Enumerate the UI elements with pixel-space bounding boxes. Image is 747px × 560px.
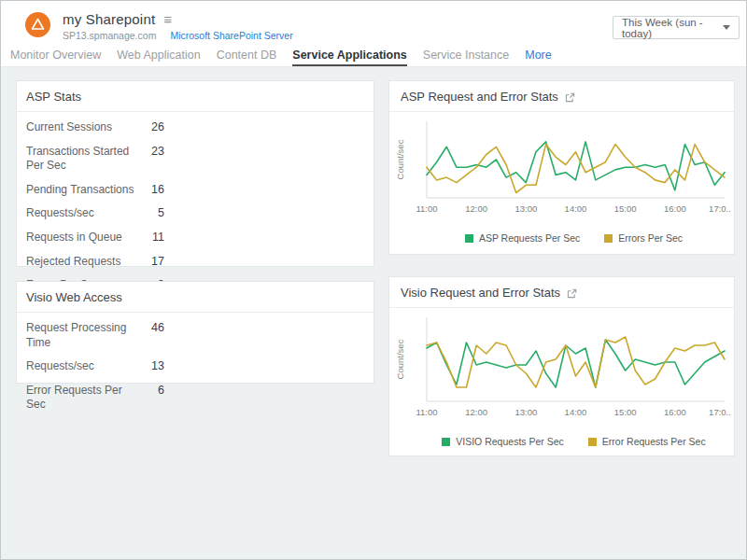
panel-title-text: Visio Web Access [26,290,122,304]
stat-row: Current Sessions26 [17,116,374,140]
axis-lines [427,317,725,401]
y-axis-label: Count/sec [395,139,405,179]
chart-title-text: ASP Request and Error Stats [401,90,558,104]
chart-title-row: Visio Request and Error Stats [389,277,734,308]
tab-bar: Monitor OverviewWeb ApplicationContent D… [1,45,746,67]
stat-label: Requests/sec [26,359,134,374]
stat-value: 17 [134,255,164,268]
content-area: ASP Stats Current Sessions26Transactions… [1,67,746,559]
legend-item[interactable]: VISIO Requests Per Sec [442,436,564,447]
legend-item[interactable]: Errors Per Sec [604,232,683,244]
stat-row: Error Requests Per Sec6 [17,379,374,417]
asp-stats-panel: ASP Stats Current Sessions26Transactions… [16,80,374,267]
stat-value: 6 [134,384,164,397]
stat-label: Pending Transactions [26,183,134,198]
title-row: my Sharepoint ≡ [63,11,172,27]
x-tick-label: 13:00 [514,407,537,417]
legend-label: Error Requests Per Sec [602,436,706,447]
stat-row: Pending Transactions16 [17,178,374,203]
x-tick-label: 12:00 [465,407,487,417]
legend-item[interactable]: ASP Requests Per Sec [465,232,580,244]
subtitle-row: SP13.spmanage.com Microsoft SharePoint S… [63,30,293,41]
x-tick-label: 16:00 [664,407,686,417]
legend-label: VISIO Requests Per Sec [456,436,564,447]
asp-chart: Count/sec11:0012:0013:0014:0015:0016:001… [389,114,734,224]
panel-title: Visio Web Access [17,282,374,313]
page-title: my Sharepoint [63,11,155,27]
x-tick-label: 17:0.. [709,407,731,417]
chart-canvas: Count/sec11:0012:0013:0014:0015:0016:001… [389,114,734,220]
chart-legend: VISIO Requests Per SecError Requests Per… [389,436,734,447]
legend-label: Errors Per Sec [618,232,683,244]
panel-title: ASP Stats [17,81,374,112]
external-link-icon[interactable] [565,92,575,103]
stat-label: Rejected Requests [26,255,134,270]
tab-content-db[interactable]: Content DB [217,45,277,66]
legend-label: ASP Requests Per Sec [479,232,580,244]
stat-value: 16 [134,183,164,196]
x-tick-label: 15:00 [614,203,637,214]
visio-web-access-panel: Visio Web Access Request Processing Time… [16,281,374,384]
stat-value: 11 [134,231,164,244]
server-type-link[interactable]: Microsoft SharePoint Server [170,30,292,41]
stat-value: 13 [134,359,164,372]
legend-swatch-icon [588,438,597,446]
visio-chart: Count/sec11:0012:0013:0014:0015:0016:001… [389,310,734,427]
stat-row: Requests/sec13 [17,355,374,379]
stat-label: Transactions Started Per Sec [26,145,134,174]
legend-item[interactable]: Error Requests Per Sec [588,436,706,447]
stat-row: Requests/sec5 [17,202,374,226]
time-range-select[interactable]: This Week (sun - today) [613,16,740,39]
stats-list: Current Sessions26Transactions Started P… [17,112,374,300]
legend-swatch-icon [442,438,450,446]
tab-monitor-overview[interactable]: Monitor Overview [10,45,101,66]
stat-value: 26 [134,120,164,133]
x-tick-label: 17:0.. [709,203,731,214]
x-tick-label: 11:00 [416,407,437,417]
tab-more[interactable]: More [525,45,551,66]
asp-chart-panel: ASP Request and Error Stats Count/sec11:… [388,80,735,255]
stat-value: 46 [134,321,164,334]
stat-label: Error Requests Per Sec [26,384,134,413]
series-line [427,337,725,387]
warning-triangle-icon [25,12,50,37]
stat-row: Requests in Queue11 [17,226,374,250]
stat-value: 23 [134,145,164,158]
chevron-down-icon [723,25,730,30]
x-tick-label: 16:00 [664,203,686,214]
x-tick-label: 14:00 [565,203,587,214]
hamburger-icon[interactable]: ≡ [163,12,172,26]
x-tick-label: 15:00 [614,407,637,417]
stat-value: 5 [134,206,164,219]
stat-row: Transactions Started Per Sec23 [17,140,374,178]
x-tick-label: 11:00 [416,203,437,214]
chart-title-text: Visio Request and Error Stats [401,286,560,300]
stat-label: Requests in Queue [26,231,134,245]
external-link-icon[interactable] [567,288,577,299]
stat-label: Current Sessions [26,120,134,135]
stat-label: Request Processing Time [26,321,134,350]
x-tick-label: 14:00 [565,407,587,417]
legend-swatch-icon [604,234,613,243]
header: my Sharepoint ≡ SP13.spmanage.com Micros… [1,1,746,45]
series-line [427,142,725,190]
stat-row: Rejected Requests17 [17,250,374,274]
stat-row: Request Processing Time46 [17,316,374,355]
app-window: my Sharepoint ≡ SP13.spmanage.com Micros… [0,0,747,560]
legend-swatch-icon [465,234,473,243]
panel-title-text: ASP Stats [26,90,81,104]
monitor-avatar [25,12,50,37]
chart-body: Count/sec11:0012:0013:0014:0015:0016:001… [389,112,734,244]
x-tick-label: 13:00 [514,203,537,214]
y-axis-label: Count/sec [395,339,405,379]
stats-list: Request Processing Time46Requests/sec13E… [17,313,374,419]
tab-web-application[interactable]: Web Application [117,45,200,66]
visio-chart-panel: Visio Request and Error Stats Count/sec1… [388,276,735,456]
chart-body: Count/sec11:0012:0013:0014:0015:0016:001… [389,308,734,447]
stat-label: Requests/sec [26,206,134,221]
tab-service-applications[interactable]: Service Applications [292,45,407,66]
time-range-value: This Week (sun - today) [622,17,723,39]
monitor-host: SP13.spmanage.com [63,30,156,41]
x-tick-label: 12:00 [465,203,487,214]
tab-service-instance[interactable]: Service Instance [423,45,509,66]
